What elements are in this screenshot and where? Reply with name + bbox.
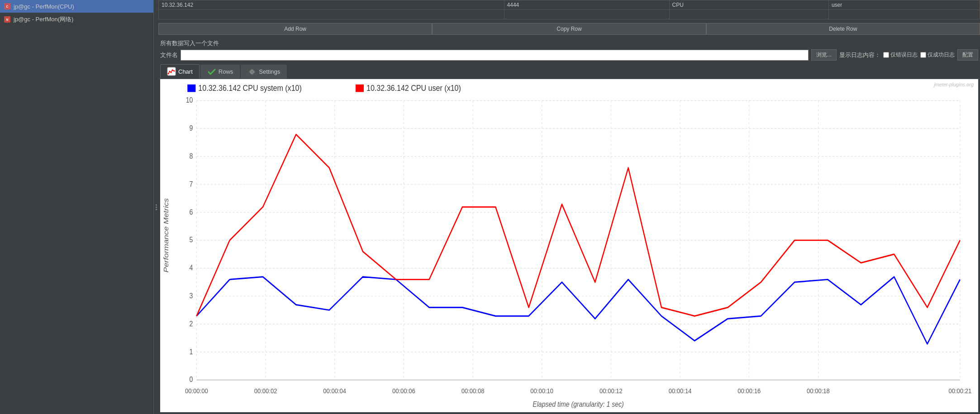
- svg-text:2: 2: [190, 320, 193, 328]
- drag-dot-3: [156, 209, 157, 210]
- chart-container: jmeter-plugins.org 10.32.36.142 CPU syst…: [160, 79, 978, 412]
- svg-text:4: 4: [190, 263, 193, 272]
- error-log-text: 仅错误日志: [890, 51, 918, 59]
- svg-text:N: N: [6, 18, 8, 21]
- drag-dot-1: [156, 204, 157, 206]
- tabs-bar: Chart Rows Settings: [158, 63, 980, 79]
- svg-text:00:00:06: 00:00:06: [392, 387, 415, 395]
- svg-point-7: [171, 72, 172, 73]
- all-data-label: 所有数据写入一个文件: [160, 39, 978, 47]
- watermark-text: jmeter-plugins.org: [934, 82, 974, 87]
- svg-text:1: 1: [190, 347, 193, 355]
- success-log-checkbox[interactable]: [920, 52, 926, 58]
- performance-chart: 10.32.36.142 CPU system (x10) 10.32.36.1…: [160, 79, 978, 412]
- svg-text:C: C: [6, 5, 8, 8]
- file-section: 所有数据写入一个文件 文件名 浏览... 显示日志内容： 仅错误日志 仅成功日志…: [158, 37, 980, 63]
- tab-rows-label: Rows: [219, 68, 233, 75]
- log-content-label: 显示日志内容：: [839, 51, 880, 59]
- config-table: 10.32.36.142 4444 CPU user: [158, 0, 980, 19]
- svg-text:00:00:12: 00:00:12: [599, 387, 623, 395]
- table-cell-metric: CPU: [669, 0, 828, 10]
- sidebar-item-cpu[interactable]: C jp@gc - PerfMon(CPU): [0, 0, 153, 13]
- cpu-icon: C: [4, 3, 11, 10]
- sidebar-label-network: jp@gc - PerfMon(网络): [14, 15, 73, 24]
- rows-tab-icon: [207, 67, 216, 76]
- success-log-checkbox-label[interactable]: 仅成功日志: [920, 51, 955, 59]
- delete-row-button[interactable]: Delete Row: [706, 23, 980, 35]
- table-cell-port: 4444: [504, 0, 669, 10]
- sidebar-label-cpu: jp@gc - PerfMon(CPU): [14, 3, 74, 10]
- svg-text:5: 5: [190, 235, 193, 244]
- settings-tab-icon: [247, 67, 257, 76]
- svg-point-6: [169, 71, 171, 72]
- svg-text:00:00:14: 00:00:14: [669, 387, 692, 395]
- svg-text:00:00:16: 00:00:16: [737, 387, 761, 395]
- error-log-checkbox-label[interactable]: 仅错误日志: [883, 51, 918, 59]
- svg-rect-12: [187, 85, 195, 92]
- config-button[interactable]: 配置: [957, 49, 978, 61]
- svg-text:Elapsed time (granularity: 1 s: Elapsed time (granularity: 1 sec): [533, 400, 623, 408]
- tab-settings[interactable]: Settings: [241, 65, 287, 79]
- tab-rows[interactable]: Rows: [200, 65, 240, 79]
- svg-text:7: 7: [190, 180, 193, 188]
- sidebar-resize-handle[interactable]: [154, 0, 158, 414]
- svg-rect-14: [356, 85, 364, 92]
- svg-text:8: 8: [190, 152, 193, 160]
- error-log-checkbox[interactable]: [883, 52, 889, 58]
- tab-chart[interactable]: Chart: [160, 64, 200, 79]
- table-cell-ip: 10.32.36.142: [159, 0, 504, 10]
- tab-settings-label: Settings: [259, 68, 280, 75]
- svg-rect-11: [160, 79, 978, 412]
- svg-text:00:00:21: 00:00:21: [948, 387, 971, 395]
- svg-text:00:00:02: 00:00:02: [254, 387, 277, 395]
- svg-text:00:00:10: 00:00:10: [530, 387, 553, 395]
- sidebar-item-network[interactable]: N jp@gc - PerfMon(网络): [0, 13, 153, 26]
- svg-text:00:00:00: 00:00:00: [185, 387, 208, 395]
- svg-text:Performance Metrics: Performance Metrics: [162, 198, 169, 273]
- network-icon: N: [4, 16, 11, 23]
- svg-text:3: 3: [190, 292, 193, 300]
- svg-text:6: 6: [190, 207, 193, 216]
- svg-text:00:00:18: 00:00:18: [807, 387, 830, 395]
- tab-chart-label: Chart: [178, 68, 193, 75]
- svg-text:10.32.36.142 CPU user (x10): 10.32.36.142 CPU user (x10): [366, 83, 461, 93]
- table-cell-type: user: [828, 0, 980, 10]
- svg-text:10: 10: [186, 96, 193, 104]
- svg-text:10.32.36.142 CPU system (x10): 10.32.36.142 CPU system (x10): [198, 83, 302, 93]
- table-area: 10.32.36.142 4444 CPU user: [158, 0, 980, 21]
- svg-point-8: [172, 70, 173, 71]
- copy-row-button[interactable]: Copy Row: [432, 23, 706, 35]
- svg-text:00:00:04: 00:00:04: [323, 387, 346, 395]
- chart-tab-icon: [167, 67, 176, 76]
- add-row-button[interactable]: Add Row: [158, 23, 432, 35]
- filename-row: 文件名 浏览... 显示日志内容： 仅错误日志 仅成功日志 配置: [160, 49, 978, 61]
- sidebar: C jp@gc - PerfMon(CPU) N jp@gc - PerfMon…: [0, 0, 154, 414]
- main-panel: 10.32.36.142 4444 CPU user Add Row Copy …: [158, 0, 980, 414]
- svg-point-9: [174, 71, 175, 72]
- drag-dot-2: [156, 207, 157, 208]
- svg-text:00:00:08: 00:00:08: [461, 387, 485, 395]
- svg-text:9: 9: [190, 124, 193, 132]
- row-action-buttons: Add Row Copy Row Delete Row: [158, 21, 980, 37]
- browse-button[interactable]: 浏览...: [811, 49, 837, 61]
- svg-text:0: 0: [190, 375, 193, 383]
- svg-point-5: [168, 73, 169, 75]
- table-row[interactable]: 10.32.36.142 4444 CPU user: [159, 0, 980, 10]
- filename-label: 文件名: [160, 51, 178, 59]
- table-row-empty: [159, 10, 980, 19]
- filename-input[interactable]: [181, 50, 809, 61]
- success-log-text: 仅成功日志: [928, 51, 955, 59]
